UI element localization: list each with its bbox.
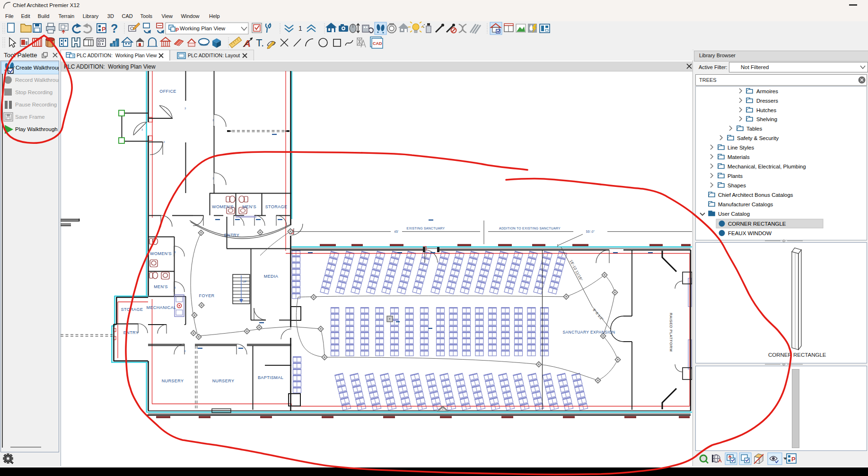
svg-text:45': 45' [394, 230, 398, 233]
svg-text:Chief Architect Bonus Catalogs: Chief Architect Bonus Catalogs [718, 192, 793, 198]
svg-text:MEDIA: MEDIA [264, 274, 279, 279]
svg-text:CAD: CAD [373, 41, 382, 46]
svg-text:EXISTING SANCTUARY: EXISTING SANCTUARY [407, 227, 445, 230]
svg-text:FEAUX WINDOW: FEAUX WINDOW [728, 230, 772, 236]
svg-text:Materials: Materials [728, 154, 750, 160]
svg-text:3: 3 [212, 119, 214, 122]
svg-text:SANCTUARY EXPANSION: SANCTUARY EXPANSION [562, 330, 615, 335]
svg-text:CORNER RECTANGLE: CORNER RECTANGLE [768, 352, 826, 358]
svg-text:RAISED PLATFORM: RAISED PLATFORM [669, 313, 673, 352]
svg-text:NURSERY: NURSERY [162, 379, 184, 383]
svg-text:FOYER: FOYER [199, 293, 214, 298]
svg-text:Mechanical, Electrical, Plumbi: Mechanical, Electrical, Plumbing [728, 164, 806, 169]
svg-text:16'-10 11/16": 16'-10 11/16" [569, 259, 583, 282]
svg-text:3: 3 [212, 177, 214, 180]
svg-text:55'-0": 55'-0" [586, 230, 595, 233]
svg-text:3: 3 [174, 251, 175, 254]
svg-text:MEN'S: MEN'S [154, 284, 168, 289]
svg-text:WOMEN'S: WOMEN'S [212, 204, 234, 209]
svg-text:1: 1 [298, 25, 302, 32]
svg-text:P: P [102, 26, 106, 33]
svg-text:STORAGE: STORAGE [121, 307, 143, 312]
svg-text:8'-0 1/2": 8'-0 1/2" [592, 308, 604, 322]
svg-text:Working Plan View: Working Plan View [180, 26, 226, 31]
svg-text:ENTRY: ENTRY [224, 233, 239, 238]
svg-text:Armoires: Armoires [756, 88, 778, 94]
svg-text:UP: UP [243, 280, 246, 283]
svg-text:Tables: Tables [746, 126, 762, 132]
svg-text:Shelving: Shelving [756, 116, 777, 122]
svg-text:3: 3 [174, 286, 175, 289]
svg-text:NURSERY: NURSERY [212, 379, 235, 383]
svg-text:CORNER RECTANGLE: CORNER RECTANGLE [728, 221, 786, 227]
svg-text:WOMEN'S: WOMEN'S [150, 251, 172, 256]
svg-text:STORAGE: STORAGE [265, 204, 288, 209]
svg-text:Hutches: Hutches [756, 107, 776, 113]
svg-text:User Catalog: User Catalog [718, 211, 750, 217]
svg-text:?: ? [111, 22, 118, 35]
svg-text:ADDITION TO EXISTING SANCTUARY: ADDITION TO EXISTING SANCTUARY [499, 227, 561, 230]
svg-text:3: 3 [163, 141, 165, 143]
svg-text:T.: T. [256, 37, 264, 49]
svg-text:P: P [791, 456, 796, 463]
svg-text:ENTRY: ENTRY [123, 330, 139, 335]
svg-text:Plants: Plants [728, 173, 743, 179]
svg-text:MEN'S: MEN'S [242, 204, 256, 209]
svg-text:3: 3 [184, 107, 186, 110]
svg-text:Shapes: Shapes [728, 183, 746, 188]
svg-text:Safety & Security: Safety & Security [737, 135, 779, 141]
svg-text:BAPTISMAL: BAPTISMAL [258, 375, 283, 380]
svg-text:MECHANICAL: MECHANICAL [146, 305, 176, 310]
svg-text:3: 3 [184, 350, 185, 353]
svg-text:Line Styles: Line Styles [728, 145, 754, 150]
svg-text:3: 3 [141, 128, 143, 131]
svg-text:Manufacturer Catalogs: Manufacturer Catalogs [718, 202, 773, 207]
svg-text:Dressers: Dressers [756, 98, 778, 104]
svg-text:P: P [175, 27, 179, 33]
svg-text:OFFICE: OFFICE [159, 89, 176, 94]
